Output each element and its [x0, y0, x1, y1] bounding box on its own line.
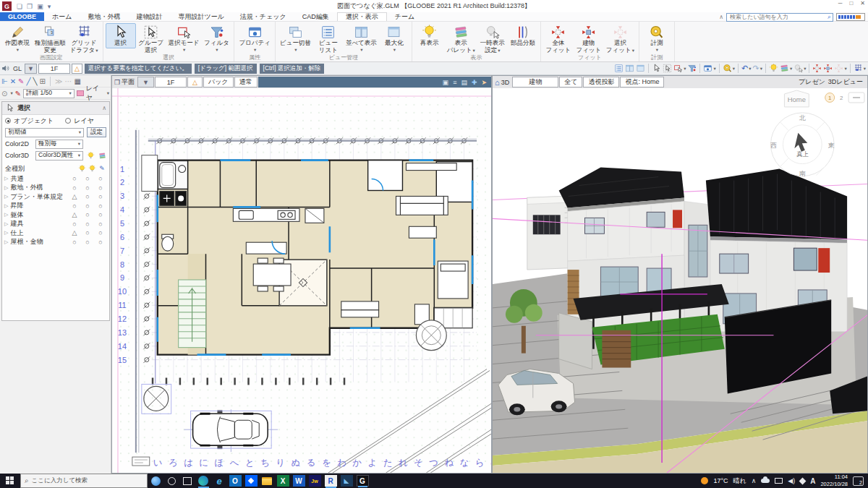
plan-back-button[interactable]: バック	[203, 77, 234, 87]
weather-desc[interactable]: 晴れ	[733, 476, 746, 486]
group-select-icon[interactable]	[663, 64, 672, 73]
tab-gloobe[interactable]: GLOOBE	[0, 12, 44, 21]
tab-regulation-check[interactable]: 法規・チェック	[232, 12, 294, 21]
floor-down-button[interactable]: ▼	[25, 64, 37, 74]
measure-icon[interactable]: ▾	[723, 64, 735, 73]
taskbar-explorer-icon[interactable]	[261, 475, 273, 487]
snap-grid-icon[interactable]: ⊞	[40, 77, 46, 85]
redisplay-button[interactable]: 再表示	[414, 23, 445, 48]
lightbulb-icon[interactable]	[769, 64, 778, 73]
pencil-icon[interactable]: ✎	[98, 164, 106, 173]
snap-freepoint-icon[interactable]: ✎	[18, 77, 24, 85]
start-button[interactable]	[6, 476, 14, 485]
fit-selection-icon[interactable]: ▾	[834, 64, 846, 73]
cortana-icon[interactable]	[150, 475, 162, 487]
maximize-view-button[interactable]: 最大化▾	[379, 23, 409, 53]
radio-object[interactable]	[5, 118, 11, 124]
settings-button[interactable]: 設定	[87, 127, 106, 137]
tab-building-design[interactable]: 建物設計	[128, 12, 170, 21]
temp-display-icon[interactable]: ▾	[793, 64, 806, 73]
property-icon[interactable]: ▾	[703, 64, 715, 73]
maximize-view-icon[interactable]	[636, 64, 645, 73]
taskbar-ie-icon[interactable]: e	[213, 475, 226, 487]
tile-views-icon[interactable]	[625, 64, 634, 73]
preset-select[interactable]: 初期値▾	[5, 128, 84, 137]
tree-row[interactable]: ▷躯体△○○	[2, 210, 109, 220]
tab-home[interactable]: ホーム	[44, 12, 80, 21]
fit-all-icon[interactable]	[812, 64, 822, 73]
taskbar-edge-icon[interactable]	[197, 475, 210, 487]
task-view-icon[interactable]	[182, 475, 194, 487]
taskbar-excel-icon[interactable]: X	[277, 475, 289, 487]
fit-building-icon[interactable]	[823, 64, 833, 73]
tile-views-button[interactable]: 並べて表示▾	[344, 23, 379, 53]
view3d-canvas[interactable]: Home 北 南 西 東 真上 1 2	[493, 88, 867, 473]
tree-row[interactable]: ▷仕上△○○	[2, 228, 109, 238]
move-icon[interactable]: ✚	[472, 79, 477, 86]
tree-row[interactable]: ▷昇降○○○	[2, 202, 109, 211]
tree-row[interactable]: ▷共通○○○	[2, 174, 109, 184]
taskbar-dropbox-icon[interactable]	[245, 475, 258, 487]
current-floor[interactable]: 1F	[38, 64, 70, 74]
plan-floor-up-button[interactable]: △	[187, 77, 203, 87]
view-list-button[interactable]: ビューリスト	[313, 23, 344, 56]
volume-icon[interactable]: ◀)	[788, 477, 795, 484]
scale-select[interactable]: 詳細 1/50▾	[23, 89, 75, 98]
property-button[interactable]: プロパティ▾	[237, 23, 273, 53]
taskbar-clock[interactable]: 11:04 2022/10/28	[820, 474, 848, 488]
tab-select-display[interactable]: 選択・表示	[337, 12, 387, 21]
lightbulb-icon[interactable]	[86, 151, 95, 160]
snap-intersection-icon[interactable]: ✕	[10, 77, 16, 85]
taskbar-outlook-icon[interactable]: O	[229, 475, 242, 487]
review3d-button[interactable]: 3Dレビュー	[828, 77, 863, 87]
parts-class-button[interactable]: 部品分類	[508, 23, 538, 48]
frame-select-icon[interactable]: ▦	[74, 77, 80, 85]
ime-icon[interactable]: A	[810, 477, 815, 485]
tray-expand-icon[interactable]: ∧	[752, 477, 757, 484]
select-cursor-icon[interactable]	[652, 64, 661, 73]
tab-cad-edit[interactable]: CAD編集	[294, 12, 337, 21]
group-select-button[interactable]: グループ選択	[136, 23, 166, 56]
tree-row[interactable]: ▷屋根・金物○○○	[2, 238, 109, 247]
floor-up-button[interactable]: △	[72, 64, 82, 74]
jump-icon[interactable]: ➤	[481, 79, 487, 86]
plan-mode-button[interactable]: 通常	[234, 77, 258, 87]
bulb-3d-icon[interactable]	[88, 164, 96, 173]
taskbar-jww-icon[interactable]: Jw	[309, 475, 321, 487]
onedrive-icon[interactable]	[761, 479, 770, 483]
tree-row[interactable]: ▷建具○○○	[2, 220, 109, 229]
taskbar-search[interactable]: ⌕ ここに入力して検索	[20, 474, 148, 488]
fit-selection-button[interactable]: 選択フィット▾	[604, 23, 637, 56]
notification-icon[interactable]: 2	[853, 476, 864, 486]
tab-team[interactable]: チーム	[387, 12, 422, 21]
view3d-projection-button[interactable]: 透視投影	[583, 77, 619, 87]
snap-more-icon[interactable]: ≫	[55, 77, 62, 85]
tree-row[interactable]: ▷敷地・外構○○○	[2, 184, 109, 193]
display-palette-icon[interactable]: ▾	[780, 64, 792, 73]
floor-plan-canvas[interactable]: 12 34 56 78 910 1112 1314 15	[112, 88, 491, 473]
redo-icon[interactable]: ↷▾	[752, 64, 762, 73]
snap-endpoint-icon[interactable]: ⊩	[1, 77, 8, 85]
snap-perpendicular-icon[interactable]: ╲	[33, 77, 38, 85]
color3d-select[interactable]: Color3D属性▾	[35, 151, 83, 160]
sheet-icon[interactable]: ▤	[461, 79, 467, 86]
view-list-icon[interactable]	[614, 64, 624, 73]
tree-row[interactable]: ▷プラン・単体規定△○○	[2, 192, 109, 202]
taskbar-photos-icon[interactable]: ◣	[341, 475, 353, 487]
car-plan[interactable]	[191, 410, 272, 449]
color2d-select[interactable]: 種別毎▾	[35, 140, 83, 149]
bulb-2d-icon[interactable]	[77, 164, 86, 173]
select-mode-button[interactable]: 選択モード▾	[166, 23, 202, 53]
pen-icon[interactable]: ✎	[15, 90, 21, 98]
select-button[interactable]: 選択	[106, 23, 136, 48]
minimize-button[interactable]: ─	[838, 0, 843, 7]
view3d-scope-button[interactable]: 全て	[559, 77, 582, 87]
plan-floor[interactable]: 1F	[155, 77, 187, 87]
close-button[interactable]: ✕	[860, 0, 865, 7]
select-mode-icon[interactable]: ▾	[673, 64, 686, 73]
pin-view-icon[interactable]: ▣	[443, 79, 449, 86]
grid-drafter-button[interactable]: グリッドドラフタ▾	[68, 23, 101, 56]
cortana-ring-icon[interactable]	[166, 475, 178, 487]
snap-line-icon[interactable]: ╱	[27, 77, 31, 85]
presentation-button[interactable]: プレゼン	[799, 77, 825, 87]
